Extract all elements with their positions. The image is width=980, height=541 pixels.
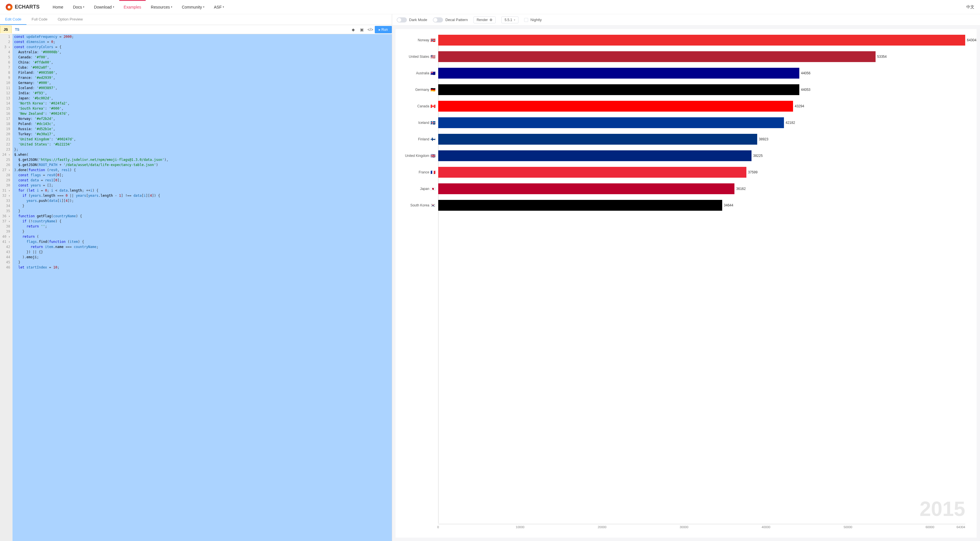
code-line[interactable]: Cuba: '#002a8f', [14, 65, 390, 70]
code-line[interactable]: ).done(function (res0, res1) { [14, 168, 390, 172]
code-line[interactable]: years.push(data[i][4]); [14, 198, 390, 203]
code-line[interactable]: return ''; [14, 224, 390, 229]
tab-edit-code[interactable]: Edit Code [0, 14, 27, 25]
bar-label: Germany 🇩🇪 [415, 88, 435, 92]
code-line[interactable]: const updateFrequency = 2000; [14, 34, 390, 39]
line-number: 9 [2, 75, 10, 80]
code-line[interactable]: 'South Korea': '#000', [14, 106, 390, 111]
line-number: 37 ▾ [2, 219, 10, 224]
bar[interactable] [438, 150, 751, 161]
bar[interactable] [438, 117, 784, 128]
code-line[interactable]: Canada: '#f00', [14, 55, 390, 60]
code-line[interactable]: 'New Zealand': '#00247d', [14, 111, 390, 116]
code-line[interactable]: } [14, 260, 390, 265]
nav-resources[interactable]: Resources▾ [146, 1, 177, 13]
brand-logo[interactable]: ECHARTS [6, 4, 40, 11]
code-line[interactable]: $.getJSON('https://fastly.jsdelivr.net/n… [14, 157, 390, 162]
code-line[interactable]: flags.find(function (item) { [14, 239, 390, 244]
code-line[interactable]: return ( [14, 234, 390, 239]
bar[interactable] [438, 200, 722, 211]
code-line[interactable]: if (years.length === 0 || years[years.le… [14, 193, 390, 198]
line-number: 4 [2, 49, 10, 55]
code-line[interactable]: 'North Korea': '#024fa2', [14, 101, 390, 106]
code-line[interactable]: $.getJSON(ROOT_PATH + '/data/asset/data/… [14, 162, 390, 168]
bar[interactable] [438, 134, 757, 145]
code-line[interactable]: Poland: '#dc143c', [14, 121, 390, 126]
code-line[interactable]: China: '#ffde00', [14, 60, 390, 65]
nav-community[interactable]: Community▾ [177, 1, 209, 13]
code-line[interactable]: }; [14, 147, 390, 152]
version-select[interactable]: 5.5.1 ▾ [501, 16, 519, 23]
code-line[interactable]: for (let i = 0; i < data.length; ++i) { [14, 188, 390, 193]
nav-examples[interactable]: Examples [119, 0, 146, 13]
line-number: 25 [2, 157, 10, 162]
code-line[interactable]: France: '#ed2939', [14, 75, 390, 80]
code-line[interactable]: }) || {} [14, 249, 390, 255]
nightly-checkbox[interactable]: Nightly [524, 18, 542, 22]
code-line[interactable]: if (!countryName) { [14, 219, 390, 224]
code-line[interactable]: 'United States': '#b22234' [14, 142, 390, 147]
tab-option-preview[interactable]: Option Preview [52, 14, 88, 25]
code-line[interactable]: Japan: '#bc002d', [14, 96, 390, 101]
lang-tab-ts[interactable]: TS [12, 26, 23, 34]
code-line[interactable]: } [14, 208, 390, 214]
code-line[interactable]: Turkey: '#e30a17', [14, 132, 390, 137]
code-line[interactable]: let startIndex = 10; [14, 265, 390, 270]
render-select[interactable]: Render ⚙ [474, 16, 496, 23]
preview-panel: Dark Mode Decal Pattern Render ⚙ 5.5.1 ▾… [392, 14, 980, 541]
decal-pattern-toggle[interactable]: Decal Pattern [433, 18, 468, 22]
line-number: 27 ▾ [2, 168, 10, 172]
code-line[interactable]: const years = []; [14, 183, 390, 188]
nav-download[interactable]: Download▾ [89, 1, 118, 13]
code-line[interactable]: } [14, 229, 390, 234]
nav-asf[interactable]: ASF▾ [210, 1, 229, 13]
nav-docs[interactable]: Docs▾ [68, 1, 89, 13]
code-line[interactable]: return item.name === countryName; [14, 244, 390, 249]
code-line[interactable]: const dimension = 0; [14, 39, 390, 45]
line-number: 12 [2, 91, 10, 96]
code-line[interactable]: const flags = res0[0]; [14, 172, 390, 178]
language-toggle[interactable]: 中文 [966, 5, 974, 10]
code-line[interactable]: Iceland: '#003897', [14, 85, 390, 91]
bar[interactable] [438, 84, 799, 95]
line-number: 32 ▾ [2, 193, 10, 198]
codesandbox-icon[interactable]: ▣ [358, 27, 366, 32]
code-line[interactable]: function getFlag(countryName) { [14, 214, 390, 219]
code-editor[interactable]: 123 ▾45678910111213141516171819202122232… [0, 34, 392, 541]
code-line[interactable]: } [14, 203, 390, 208]
dark-mode-toggle[interactable]: Dark Mode [397, 18, 427, 22]
code-line[interactable]: $.when( [14, 152, 390, 157]
tab-full-code[interactable]: Full Code [27, 14, 52, 25]
bar-value: 64304 [967, 38, 976, 42]
flag-icon: 🇯🇵 [431, 187, 435, 191]
lang-tab-js[interactable]: JS [0, 26, 12, 34]
bar[interactable] [438, 101, 793, 112]
line-number: 24 ▾ [2, 152, 10, 157]
checkbox-icon [524, 18, 528, 22]
code-icon[interactable]: </> [366, 27, 375, 32]
bar[interactable] [438, 184, 735, 194]
flag-icon: 🇺🇸 [431, 54, 435, 59]
code-line[interactable]: India: '#f93', [14, 91, 390, 96]
bar[interactable] [438, 167, 746, 178]
brand-text: ECHARTS [15, 4, 40, 10]
code-line[interactable]: Australia: '#00008b', [14, 49, 390, 55]
bar[interactable] [438, 68, 799, 78]
code-line[interactable]: Norway: '#ef2b2d', [14, 116, 390, 121]
code-line[interactable]: Germany: '#000', [14, 80, 390, 85]
chevron-down-icon: ▾ [83, 6, 84, 8]
bar[interactable] [438, 35, 965, 46]
flag-icon: 🇬🇧 [431, 153, 435, 158]
line-number: 41 ▾ [2, 239, 10, 244]
nav-home[interactable]: Home [48, 1, 68, 13]
run-button[interactable]: ▸ Run [375, 26, 392, 34]
line-number: 16 [2, 111, 10, 116]
code-line[interactable]: Russia: '#d52b1e', [14, 126, 390, 132]
code-line[interactable]: Finland: '#003580', [14, 70, 390, 75]
code-line[interactable]: 'United Kingdom': '#00247d', [14, 137, 390, 142]
code-line[interactable]: const countryColors = { [14, 45, 390, 49]
codepen-icon[interactable]: ◆ [349, 27, 358, 32]
code-line[interactable]: ).emoji; [14, 255, 390, 260]
code-line[interactable]: const data = res1[0]; [14, 178, 390, 183]
bar[interactable] [438, 51, 875, 62]
